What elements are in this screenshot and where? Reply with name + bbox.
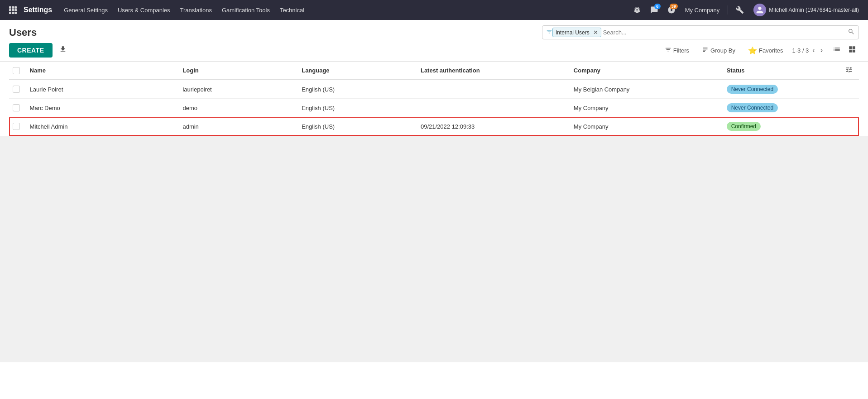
svg-rect-7 xyxy=(12,12,14,14)
row-checkbox-cell[interactable] xyxy=(9,99,26,117)
col-adjuster[interactable] xyxy=(842,62,859,80)
menu-technical[interactable]: Technical xyxy=(275,4,309,16)
export-button[interactable] xyxy=(56,43,70,58)
row-status: Never Connected xyxy=(723,80,842,99)
svg-rect-6 xyxy=(9,12,11,14)
svg-rect-0 xyxy=(9,6,11,9)
row-checkbox-cell[interactable] xyxy=(9,117,26,136)
row-name[interactable]: Laurie Poiret xyxy=(26,80,179,99)
select-all-checkbox[interactable] xyxy=(9,62,26,80)
search-input[interactable] xyxy=(603,29,848,36)
toolbar-left: CREATE xyxy=(9,43,70,58)
svg-rect-4 xyxy=(12,9,14,11)
top-navigation: Settings General Settings Users & Compan… xyxy=(0,0,868,20)
col-header-status[interactable]: Status xyxy=(723,62,842,80)
wrench-icon-button[interactable] xyxy=(733,3,747,17)
nav-separator xyxy=(728,5,728,14)
row-language: English (US) xyxy=(298,117,417,136)
table-body: Laurie Poiret lauriepoiret English (US) … xyxy=(9,80,859,136)
menu-translations[interactable]: Translations xyxy=(176,4,216,16)
company-selector[interactable]: My Company xyxy=(681,7,724,14)
svg-rect-1 xyxy=(12,6,14,9)
menu-users-companies[interactable]: Users & Companies xyxy=(113,4,175,16)
row-actions xyxy=(842,99,859,117)
toolbar-right: Filters Group By ⭐ Favorites 1-3 / 3 ‹ › xyxy=(661,43,859,58)
topnav-right: 6 39 My Company Mitchell Admin (19476841… xyxy=(630,2,863,18)
internal-users-filter-tag[interactable]: Internal Users ✕ xyxy=(552,28,601,37)
row-company: My Belgian Company xyxy=(570,80,723,99)
col-header-login[interactable]: Login xyxy=(179,62,298,80)
row-status: Confirmed xyxy=(723,117,842,136)
menu-general-settings[interactable]: General Settings xyxy=(59,4,112,16)
status-badge: Never Connected xyxy=(727,103,778,112)
favorites-button[interactable]: ⭐ Favorites xyxy=(744,44,786,57)
kanban-view-button[interactable] xyxy=(845,43,859,58)
user-label: Mitchell Admin (19476841-master-all) xyxy=(769,7,859,13)
page-content: Users Internal Users ✕ CREATE xyxy=(0,20,868,399)
top-menu: General Settings Users & Companies Trans… xyxy=(59,4,628,16)
empty-content-area xyxy=(0,136,868,362)
col-header-language[interactable]: Language xyxy=(298,62,417,80)
app-title: Settings xyxy=(24,6,52,14)
activity-badge: 39 xyxy=(670,4,678,9)
filters-button[interactable]: Filters xyxy=(661,44,693,57)
apps-menu-button[interactable] xyxy=(5,3,20,17)
col-header-company[interactable]: Company xyxy=(570,62,723,80)
row-language: English (US) xyxy=(298,80,417,99)
user-menu[interactable]: Mitchell Admin (19476841-master-all) xyxy=(750,2,863,18)
row-company: My Company xyxy=(570,99,723,117)
filter-funnel-icon xyxy=(546,29,552,36)
users-table: Name Login Language Latest authenticatio… xyxy=(9,62,859,136)
chat-badge: 6 xyxy=(654,4,661,9)
row-name[interactable]: Mitchell Admin xyxy=(26,117,179,136)
row-checkbox[interactable] xyxy=(13,86,20,93)
favorites-label: Favorites xyxy=(759,47,783,54)
list-view-button[interactable] xyxy=(830,43,844,58)
table-row[interactable]: Laurie Poiret lauriepoiret English (US) … xyxy=(9,80,859,99)
prev-page-button[interactable]: ‹ xyxy=(810,45,816,55)
toolbar: CREATE Filters Group By ⭐ Favorites xyxy=(0,39,868,61)
row-auth: 09/21/2022 12:09:33 xyxy=(417,117,570,136)
row-language: English (US) xyxy=(298,99,417,117)
svg-rect-8 xyxy=(14,12,17,14)
create-button[interactable]: CREATE xyxy=(9,43,53,58)
row-auth xyxy=(417,99,570,117)
groupby-label: Group By xyxy=(710,47,735,54)
filters-label: Filters xyxy=(673,47,689,54)
menu-gamification[interactable]: Gamification Tools xyxy=(217,4,274,16)
row-auth xyxy=(417,80,570,99)
pagination: 1-3 / 3 ‹ › xyxy=(792,45,825,55)
row-company: My Company xyxy=(570,117,723,136)
row-name[interactable]: Marc Demo xyxy=(26,99,179,117)
status-badge: Confirmed xyxy=(727,122,761,131)
col-header-auth[interactable]: Latest authentication xyxy=(417,62,570,80)
bug-icon-button[interactable] xyxy=(630,3,644,17)
chat-icon-button[interactable]: 6 xyxy=(647,3,662,17)
row-login: lauriepoiret xyxy=(179,80,298,99)
activity-icon-button[interactable]: 39 xyxy=(664,3,679,17)
row-checkbox[interactable] xyxy=(13,123,20,130)
filter-tag-label: Internal Users xyxy=(556,29,590,36)
table-row[interactable]: Marc Demo demo English (US) My Company N… xyxy=(9,99,859,117)
row-checkbox-cell[interactable] xyxy=(9,80,26,99)
page-header: Users Internal Users ✕ xyxy=(0,20,868,39)
svg-rect-3 xyxy=(9,9,11,11)
row-login: demo xyxy=(179,99,298,117)
row-actions xyxy=(842,80,859,99)
status-badge: Never Connected xyxy=(727,85,778,94)
col-header-name[interactable]: Name xyxy=(26,62,179,80)
row-actions xyxy=(842,117,859,136)
table-header-row: Name Login Language Latest authenticatio… xyxy=(9,62,859,80)
search-submit-icon[interactable] xyxy=(848,28,855,37)
svg-rect-2 xyxy=(14,6,17,9)
row-status: Never Connected xyxy=(723,99,842,117)
star-icon: ⭐ xyxy=(748,46,757,55)
groupby-button[interactable]: Group By xyxy=(698,44,739,57)
table-row[interactable]: Mitchell Admin admin English (US) 09/21/… xyxy=(9,117,859,136)
header-checkbox[interactable] xyxy=(13,67,20,74)
next-page-button[interactable]: › xyxy=(819,45,825,55)
filter-tag-remove[interactable]: ✕ xyxy=(593,29,598,36)
row-checkbox[interactable] xyxy=(13,104,20,111)
groupby-icon xyxy=(702,46,709,55)
filters-icon xyxy=(665,46,671,55)
